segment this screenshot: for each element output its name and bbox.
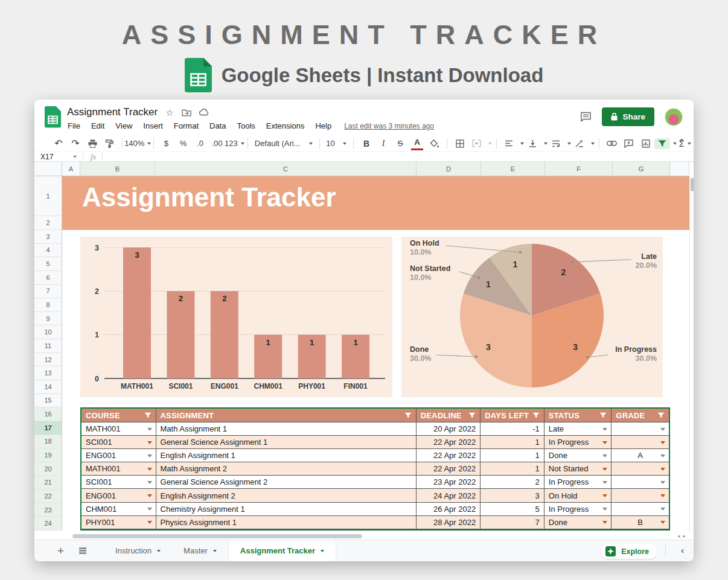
cell-days_left[interactable]: -1 [481, 422, 544, 436]
status-dropdown-icon[interactable] [602, 508, 607, 511]
column-header-e[interactable]: E [481, 162, 545, 176]
row-header-21[interactable]: 21 [34, 476, 62, 490]
row-header-7[interactable]: 7 [34, 285, 62, 299]
grade-dropdown-icon[interactable] [660, 494, 665, 497]
column-header-g[interactable]: G [613, 162, 670, 176]
cell-assignment[interactable]: English Assignment 1 [156, 449, 417, 462]
star-icon[interactable]: ☆ [165, 108, 173, 117]
horizontal-scrollbar[interactable] [72, 534, 362, 538]
text-wrap-caret-icon[interactable] [567, 142, 571, 145]
cell-assignment[interactable]: Physics Assignment 1 [156, 516, 417, 529]
bar-chart[interactable]: 01233MATH0012SCI0012ENG0011CHM0011PHY001… [80, 237, 392, 397]
menu-extensions[interactable]: Extensions [261, 120, 310, 132]
row-header-5[interactable]: 5 [34, 257, 62, 271]
cell-grade[interactable] [611, 462, 669, 476]
cell-deadline[interactable]: 22 Apr 2022 [417, 436, 481, 449]
cell-deadline[interactable]: 20 Apr 2022 [417, 422, 481, 436]
row-header-23[interactable]: 23 [34, 503, 62, 517]
cell-deadline[interactable]: 22 Apr 2022 [417, 449, 481, 462]
font-size-select[interactable]: 10 [326, 137, 346, 150]
cell-days_left[interactable]: 7 [481, 516, 544, 529]
cell-days_left[interactable]: 5 [481, 503, 544, 516]
row-header-13[interactable]: 13 [34, 366, 62, 380]
insert-link-icon[interactable] [606, 137, 618, 150]
format-currency-button[interactable]: $ [160, 137, 172, 150]
course-dropdown-icon[interactable] [147, 494, 152, 497]
borders-icon[interactable] [454, 137, 466, 150]
comment-history-icon[interactable] [580, 112, 592, 122]
status-dropdown-icon[interactable] [602, 468, 607, 471]
course-dropdown-icon[interactable] [147, 454, 152, 457]
cloud-saved-icon[interactable] [199, 109, 209, 116]
row-header-9[interactable]: 9 [34, 312, 62, 326]
format-percent-button[interactable]: % [177, 137, 189, 150]
merge-cells-icon[interactable] [471, 137, 483, 150]
header-course[interactable]: COURSE [81, 409, 156, 422]
share-button[interactable]: Share [602, 107, 654, 126]
filter-icon-grade[interactable] [657, 412, 665, 419]
course-dropdown-icon[interactable] [147, 521, 152, 524]
grade-dropdown-icon[interactable] [660, 441, 665, 444]
cell-deadline[interactable]: 24 Apr 2022 [417, 489, 481, 502]
menu-file[interactable]: File [62, 120, 86, 132]
insert-comment-icon[interactable] [623, 137, 635, 150]
filter-icon-course[interactable] [144, 412, 152, 419]
collapse-toolbar-icon[interactable]: ⌃ [678, 137, 685, 147]
pie-chart[interactable]: 23311Late20.0%In Progress30.0%Done30.0%N… [401, 237, 663, 397]
row-header-24[interactable]: 24 [34, 517, 62, 531]
cell-status[interactable]: In Progress [544, 503, 612, 516]
course-dropdown-icon[interactable] [147, 441, 152, 444]
header-days_left[interactable]: DAYS LEFT [481, 409, 544, 422]
status-dropdown-icon[interactable] [602, 441, 607, 444]
insert-chart-icon[interactable] [640, 137, 652, 150]
cell-status[interactable]: Done [544, 516, 612, 529]
cell-course[interactable]: ENG001 [81, 449, 156, 462]
filter-icon-days_left[interactable] [532, 412, 540, 419]
cell-days_left[interactable]: 1 [481, 449, 544, 462]
cell-days_left[interactable]: 1 [481, 462, 544, 476]
header-deadline[interactable]: DEADLINE [417, 409, 481, 422]
column-header-d[interactable]: D [417, 162, 481, 176]
font-select[interactable]: Default (Ari... [255, 137, 313, 150]
row-header-15[interactable]: 15 [34, 394, 62, 408]
move-to-folder-icon[interactable] [182, 109, 191, 116]
cell-course[interactable]: SCI001 [81, 476, 156, 489]
vertical-align-icon[interactable] [526, 137, 538, 150]
undo-icon[interactable]: ↶ [53, 137, 65, 150]
grade-dropdown-icon[interactable] [660, 521, 665, 524]
menu-help[interactable]: Help [310, 120, 337, 132]
cell-assignment[interactable]: General Science Assignment 1 [156, 436, 417, 449]
cell-assignment[interactable]: Math Assignment 1 [156, 422, 417, 436]
banner-cell[interactable]: Assignment Tracker [62, 176, 689, 230]
hide-panel-chevron-icon[interactable]: ‹ [681, 546, 684, 555]
row-header-11[interactable]: 11 [34, 339, 62, 353]
print-icon[interactable] [86, 137, 98, 150]
cell-deadline[interactable]: 28 Apr 2022 [417, 516, 481, 529]
cell-deadline[interactable]: 26 Apr 2022 [417, 503, 481, 516]
row-header-17[interactable]: 17 [34, 421, 62, 435]
filter-icon-status[interactable] [599, 412, 607, 419]
cell-course[interactable]: SCI001 [81, 436, 156, 449]
cell-assignment[interactable]: English Assignment 2 [156, 489, 417, 502]
cell-course[interactable]: MATH001 [81, 422, 156, 436]
cell-course[interactable]: CHM001 [81, 503, 156, 516]
vertical-align-caret-icon[interactable] [544, 142, 548, 145]
cell-grade[interactable] [611, 489, 669, 502]
cell-assignment[interactable]: Chemistry Assignment 1 [156, 503, 417, 516]
sheet-tab-master[interactable]: Master [172, 540, 228, 561]
merge-caret-icon[interactable] [488, 142, 492, 145]
row-header-19[interactable]: 19 [34, 448, 62, 462]
menu-insert[interactable]: Insert [138, 120, 168, 132]
filter-caret-icon[interactable] [673, 142, 677, 145]
status-dropdown-icon[interactable] [602, 454, 607, 457]
status-dropdown-icon[interactable] [602, 481, 607, 484]
course-dropdown-icon[interactable] [147, 428, 152, 431]
paint-format-icon[interactable] [103, 137, 115, 150]
text-rotation-icon[interactable] [573, 137, 586, 150]
row-header-3[interactable]: 3 [34, 230, 62, 244]
row-header-8[interactable]: 8 [34, 298, 62, 312]
cell-status[interactable]: Done [544, 449, 612, 462]
number-format-select[interactable]: 123 [228, 137, 241, 150]
grade-dropdown-icon[interactable] [660, 468, 665, 471]
decrease-decimal-button[interactable]: .0 [194, 137, 206, 150]
